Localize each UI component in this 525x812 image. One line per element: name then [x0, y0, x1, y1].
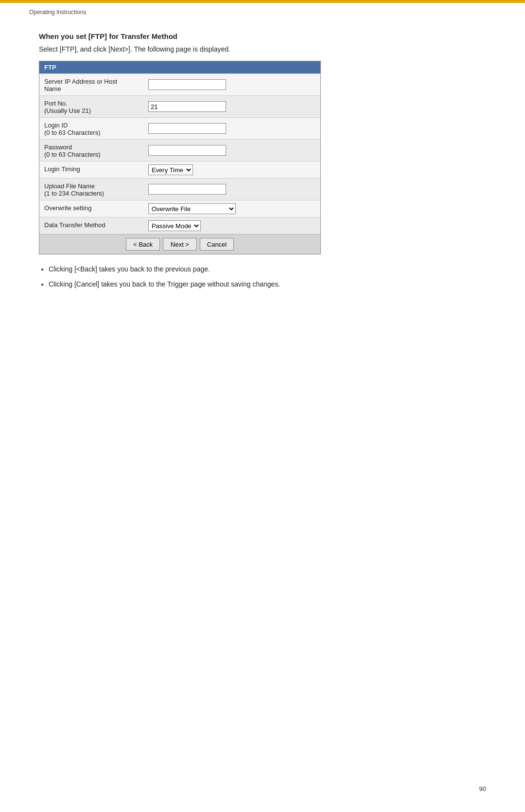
login-timing-select[interactable]: Every Time	[148, 164, 193, 175]
row-label-server: Server IP Address or HostName	[39, 74, 143, 96]
back-button[interactable]: < Back	[126, 238, 160, 251]
table-row: Login Timing Every Time	[39, 162, 321, 179]
next-button[interactable]: Next >	[163, 238, 197, 251]
row-label-login-id: Login ID(0 to 63 Characters)	[39, 118, 143, 140]
list-item: Clicking [<Back] takes you back to the p…	[49, 264, 486, 274]
section-title: When you set [FTP] for Transfer Method	[39, 32, 486, 40]
row-value-login-id[interactable]	[143, 118, 321, 140]
transfer-method-select[interactable]: Passive Mode	[148, 220, 201, 231]
main-content: When you set [FTP] for Transfer Method S…	[0, 3, 525, 333]
page-number: 90	[479, 785, 486, 793]
buttons-row: < Back Next > Cancel	[39, 234, 321, 254]
row-label-upload-filename: Upload File Name(1 to 234 Characters)	[39, 179, 143, 200]
row-value-login-timing[interactable]: Every Time	[143, 162, 321, 179]
ftp-table: FTP Server IP Address or HostName Port N…	[39, 61, 321, 254]
row-value-password[interactable]	[143, 140, 321, 162]
table-row: Port No.(Usually Use 21)	[39, 96, 321, 118]
row-value-upload-filename[interactable]	[143, 179, 321, 200]
table-row: Upload File Name(1 to 234 Characters)	[39, 179, 321, 200]
page-label: Operating Instructions	[29, 9, 86, 16]
row-label-login-timing: Login Timing	[39, 162, 143, 179]
action-buttons: < Back Next > Cancel	[39, 234, 320, 254]
upload-filename-input[interactable]	[148, 184, 226, 195]
row-value-port[interactable]	[143, 96, 321, 118]
port-input[interactable]	[148, 101, 226, 112]
row-label-transfer-method: Data Transfer Method	[39, 217, 143, 235]
row-value-overwrite[interactable]: Overwrite File	[143, 200, 321, 217]
list-item: Clicking [Cancel] takes you back to the …	[49, 279, 486, 289]
row-value-server[interactable]	[143, 74, 321, 96]
row-label-overwrite: Overwrite setting	[39, 200, 143, 217]
password-input[interactable]	[148, 145, 226, 156]
server-ip-input[interactable]	[148, 79, 226, 90]
table-row: Password(0 to 63 Characters)	[39, 140, 321, 162]
login-id-input[interactable]	[148, 123, 226, 134]
intro-text: Select [FTP], and click [Next>]. The fol…	[39, 45, 486, 53]
row-label-password: Password(0 to 63 Characters)	[39, 140, 143, 162]
cancel-button[interactable]: Cancel	[200, 238, 234, 251]
ftp-table-header: FTP	[39, 61, 321, 74]
row-value-transfer-method[interactable]: Passive Mode	[143, 217, 321, 235]
row-label-port: Port No.(Usually Use 21)	[39, 96, 143, 118]
bullet-list: Clicking [<Back] takes you back to the p…	[39, 264, 486, 289]
table-row: Login ID(0 to 63 Characters)	[39, 118, 321, 140]
table-row: Data Transfer Method Passive Mode	[39, 217, 321, 235]
overwrite-select[interactable]: Overwrite File	[148, 203, 236, 214]
table-row: Server IP Address or HostName	[39, 74, 321, 96]
table-row: Overwrite setting Overwrite File	[39, 200, 321, 217]
